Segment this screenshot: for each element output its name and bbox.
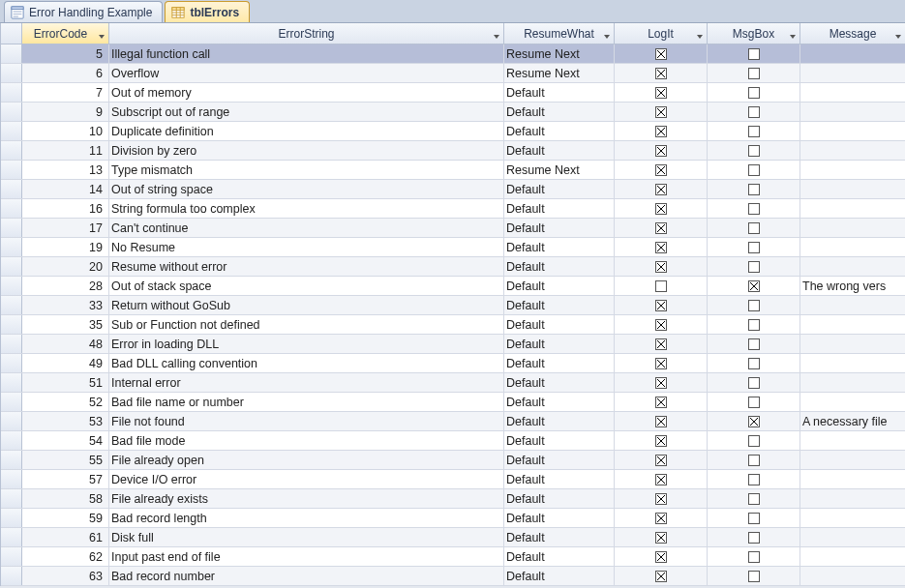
cell-errorcode[interactable]: 57 — [22, 470, 109, 488]
cell-message[interactable] — [800, 470, 905, 488]
cell-logit[interactable] — [615, 277, 708, 295]
cell-errorcode[interactable]: 55 — [22, 451, 109, 469]
row-selector[interactable] — [1, 199, 22, 218]
checkbox-icon[interactable] — [655, 397, 667, 408]
column-header-resumewhat[interactable]: ResumeWhat — [504, 23, 615, 44]
checkbox-icon[interactable] — [655, 551, 667, 563]
cell-message[interactable] — [800, 567, 905, 585]
chevron-down-icon[interactable] — [894, 30, 902, 38]
cell-msgbox[interactable] — [708, 373, 800, 392]
cell-errorstring[interactable]: Division by zero — [109, 141, 504, 160]
row-selector[interactable] — [1, 44, 22, 63]
checkbox-icon[interactable] — [655, 513, 667, 524]
chevron-down-icon[interactable] — [789, 30, 797, 38]
cell-msgbox[interactable] — [708, 44, 800, 63]
cell-resumewhat[interactable]: Default — [504, 470, 615, 488]
table-row[interactable]: 49Bad DLL calling conventionDefault — [1, 354, 905, 373]
checkbox-icon[interactable] — [655, 261, 667, 273]
checkbox-icon[interactable] — [748, 435, 760, 447]
cell-resumewhat[interactable]: Default — [504, 141, 615, 160]
cell-msgbox[interactable] — [708, 528, 800, 546]
cell-resumewhat[interactable]: Default — [504, 103, 615, 121]
table-row[interactable]: 52Bad file name or numberDefault — [1, 393, 905, 412]
checkbox-icon[interactable] — [748, 532, 760, 544]
cell-errorcode[interactable]: 20 — [22, 257, 109, 276]
cell-message[interactable] — [800, 354, 905, 372]
row-selector[interactable] — [1, 315, 22, 334]
cell-msgbox[interactable] — [708, 122, 800, 140]
chevron-down-icon[interactable] — [603, 30, 611, 38]
cell-errorcode[interactable]: 6 — [22, 64, 109, 82]
cell-logit[interactable] — [615, 180, 708, 198]
checkbox-icon[interactable] — [655, 280, 667, 292]
row-selector[interactable] — [1, 431, 22, 450]
row-selector[interactable] — [1, 141, 22, 160]
checkbox-icon[interactable] — [655, 48, 667, 60]
cell-message[interactable] — [800, 393, 905, 411]
cell-logit[interactable] — [615, 296, 708, 314]
cell-resumewhat[interactable]: Default — [504, 219, 615, 237]
cell-message[interactable] — [800, 64, 905, 82]
cell-msgbox[interactable] — [708, 161, 800, 179]
cell-errorcode[interactable]: 59 — [22, 509, 109, 527]
cell-resumewhat[interactable]: Resume Next — [504, 64, 615, 82]
cell-errorstring[interactable]: Disk full — [109, 528, 504, 546]
cell-logit[interactable] — [615, 509, 708, 527]
cell-resumewhat[interactable]: Default — [504, 257, 615, 276]
tab-tblerrors[interactable]: tblErrors — [165, 1, 250, 22]
cell-logit[interactable] — [615, 373, 708, 392]
row-selector[interactable] — [1, 354, 22, 372]
cell-msgbox[interactable] — [708, 141, 800, 160]
table-row[interactable]: 20Resume without errorDefault — [1, 257, 905, 277]
row-selector[interactable] — [1, 180, 22, 198]
cell-logit[interactable] — [615, 161, 708, 179]
chevron-down-icon[interactable] — [493, 30, 500, 38]
checkbox-icon[interactable] — [655, 358, 667, 369]
cell-msgbox[interactable] — [708, 219, 800, 237]
cell-logit[interactable] — [615, 431, 708, 450]
cell-resumewhat[interactable]: Default — [504, 489, 615, 508]
cell-errorstring[interactable]: Device I/O error — [109, 470, 504, 488]
cell-errorstring[interactable]: Input past end of file — [109, 547, 504, 566]
cell-errorcode[interactable]: 49 — [22, 354, 109, 372]
cell-resumewhat[interactable]: Default — [504, 567, 615, 585]
cell-errorcode[interactable]: 19 — [22, 238, 109, 256]
cell-message[interactable] — [800, 296, 905, 314]
cell-resumewhat[interactable]: Default — [504, 180, 615, 198]
cell-errorstring[interactable]: Can't continue — [109, 219, 504, 237]
column-header-logit[interactable]: LogIt — [615, 23, 708, 44]
cell-resumewhat[interactable]: Default — [504, 199, 615, 218]
checkbox-icon[interactable] — [748, 551, 760, 563]
table-row[interactable]: 51Internal errorDefault — [1, 373, 905, 393]
cell-msgbox[interactable] — [708, 296, 800, 314]
checkbox-icon[interactable] — [748, 455, 760, 466]
cell-errorcode[interactable]: 58 — [22, 489, 109, 508]
cell-errorcode[interactable]: 28 — [22, 277, 109, 295]
row-selector[interactable] — [1, 83, 22, 102]
cell-logit[interactable] — [615, 354, 708, 372]
cell-errorcode[interactable]: 9 — [22, 103, 109, 121]
cell-resumewhat[interactable]: Default — [504, 412, 615, 430]
cell-logit[interactable] — [615, 219, 708, 237]
cell-errorcode[interactable]: 54 — [22, 431, 109, 450]
checkbox-icon[interactable] — [748, 242, 760, 253]
cell-msgbox[interactable] — [708, 257, 800, 276]
cell-msgbox[interactable] — [708, 489, 800, 508]
row-selector[interactable] — [1, 489, 22, 508]
cell-errorstring[interactable]: Bad file mode — [109, 431, 504, 450]
cell-resumewhat[interactable]: Default — [504, 335, 615, 353]
checkbox-icon[interactable] — [655, 126, 667, 137]
cell-logit[interactable] — [615, 393, 708, 411]
cell-errorstring[interactable]: Internal error — [109, 373, 504, 392]
checkbox-icon[interactable] — [748, 513, 760, 524]
cell-message[interactable] — [800, 44, 905, 63]
cell-message[interactable] — [800, 83, 905, 102]
cell-message[interactable] — [800, 180, 905, 198]
cell-msgbox[interactable] — [708, 412, 800, 430]
cell-message[interactable] — [800, 451, 905, 469]
cell-msgbox[interactable] — [708, 199, 800, 218]
cell-msgbox[interactable] — [708, 103, 800, 121]
cell-resumewhat[interactable]: Default — [504, 547, 615, 566]
cell-errorstring[interactable]: Subscript out of range — [109, 103, 504, 121]
cell-msgbox[interactable] — [708, 431, 800, 450]
